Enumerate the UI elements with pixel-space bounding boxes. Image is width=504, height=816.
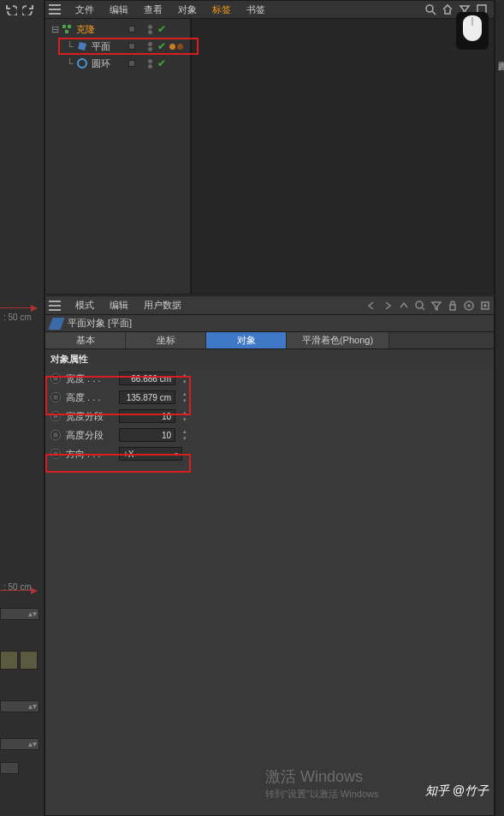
search-icon[interactable] [414, 300, 425, 311]
torus-icon [76, 57, 88, 69]
tree-item-label[interactable]: 平面 [92, 40, 110, 53]
viewport-lower[interactable] [0, 342, 44, 591]
anim-key-toggle[interactable] [50, 449, 61, 459]
layer-color-icon[interactable] [128, 43, 135, 50]
material-tags[interactable] [169, 44, 183, 50]
tree-item-label[interactable]: 圆环 [92, 57, 110, 70]
tab-object[interactable]: 对象 [206, 332, 287, 348]
new-icon[interactable] [479, 300, 490, 311]
spinner[interactable]: ▴▾ [181, 372, 189, 385]
visibility-dots[interactable] [148, 42, 152, 51]
home-icon[interactable] [442, 3, 454, 15]
up-icon[interactable] [398, 300, 409, 311]
hseg-input[interactable] [119, 428, 175, 442]
layer-color-icon[interactable] [128, 26, 135, 33]
viewport-upper[interactable] [0, 34, 44, 308]
visibility-dots[interactable] [148, 25, 152, 34]
wseg-input[interactable] [119, 409, 175, 423]
menu-view[interactable]: 查看 [136, 3, 170, 16]
enable-checkmark-icon[interactable]: ✔ [157, 40, 166, 52]
spinner[interactable]: ▴▾ [181, 409, 189, 423]
section-header: 对象属性 [45, 349, 494, 369]
svg-rect-2 [62, 25, 66, 28]
enable-checkmark-icon[interactable]: ✔ [157, 57, 166, 69]
tree-row[interactable]: └ 圆环 ✔ [49, 55, 187, 72]
menu-tags[interactable]: 标签 [205, 3, 239, 16]
direction-value: +X [123, 450, 134, 459]
prop-height-row: 高度 . . . ▴▾ [45, 388, 494, 407]
object-title: 平面对象 [平面] [68, 317, 132, 330]
ruler-label: : 50 cm [3, 582, 32, 592]
frame-end-input[interactable]: ▴▾ [0, 738, 39, 750]
redo-icon[interactable] [22, 3, 34, 15]
tree-branch-icon: └ [64, 41, 76, 51]
svg-rect-8 [450, 305, 455, 310]
right-dock[interactable]: 内容浏览器 [495, 0, 504, 816]
attribute-tabs: 基本 坐标 对象 平滑着色(Phong) [45, 332, 494, 349]
anim-key-toggle[interactable] [50, 392, 61, 402]
object-manager-menubar: 文件 编辑 查看 对象 标签 书签 [45, 1, 494, 19]
tab-basic[interactable]: 基本 [45, 332, 126, 348]
hamburger-icon[interactable] [49, 301, 61, 311]
menu-mode[interactable]: 模式 [68, 299, 102, 312]
filter-icon[interactable] [430, 300, 442, 311]
frame-start-input[interactable]: ▴▾ [0, 608, 39, 620]
svg-rect-3 [68, 25, 71, 28]
menu-edit[interactable]: 编辑 [102, 299, 136, 312]
lock-icon[interactable] [447, 300, 458, 311]
layer-color-icon[interactable] [128, 60, 135, 67]
hamburger-icon[interactable] [49, 4, 61, 15]
tab-coord[interactable]: 坐标 [126, 332, 206, 348]
attribute-menubar: 模式 编辑 用户数据 [45, 296, 494, 315]
undo-icon[interactable] [5, 3, 17, 15]
svg-point-6 [78, 59, 86, 68]
anim-key-toggle[interactable] [50, 411, 61, 421]
expand-toggle-icon[interactable]: ⊟ [49, 24, 61, 35]
menu-file[interactable]: 文件 [68, 3, 102, 16]
anim-key-toggle[interactable] [50, 373, 61, 384]
visibility-dots[interactable] [148, 59, 152, 68]
prop-hseg-row: 高度分段 ▴▾ [45, 426, 494, 444]
tree-row[interactable]: └ 平面 ✔ [49, 38, 187, 55]
spinner[interactable]: ▴▾ [181, 428, 189, 442]
svg-marker-5 [78, 42, 86, 51]
anim-key-toggle[interactable] [50, 430, 61, 440]
tree-row[interactable]: ⊟ 克隆 ✔ [49, 21, 187, 38]
dock-tab[interactable]: 内容浏览器 [495, 51, 504, 58]
timeline-preview[interactable] [0, 651, 39, 671]
prop-label: 宽度分段 [66, 410, 114, 423]
sound-icon [0, 651, 18, 670]
menu-bookmarks[interactable]: 书签 [239, 3, 273, 16]
back-icon[interactable] [365, 300, 377, 311]
object-tree[interactable]: ⊟ 克隆 ✔ └ 平面 ✔ └ 圆环 ✔ [45, 19, 191, 294]
x-axis-arrow-icon [31, 305, 38, 312]
menu-userdata[interactable]: 用户数据 [136, 299, 189, 312]
attribute-panel: 模式 编辑 用户数据 平面对象 [平面] 基本 坐标 对象 平滑着色(Phong… [44, 295, 495, 816]
plane-icon [48, 318, 64, 330]
target-icon[interactable] [463, 300, 474, 311]
prop-label: 高度 . . . [66, 391, 114, 404]
direction-select[interactable]: +X ▾ [119, 447, 182, 461]
svg-point-7 [416, 301, 423, 308]
spinner[interactable]: ▴▾ [181, 390, 189, 404]
viewport-strip: : 50 cm : 50 cm ▴▾ ▴▾ ▴▾ [0, 0, 44, 816]
ruler-label: : 50 cm [3, 313, 32, 322]
misc-toggle[interactable] [0, 762, 19, 774]
svg-rect-4 [65, 30, 68, 33]
svg-point-10 [468, 305, 470, 307]
svg-point-9 [465, 301, 473, 310]
prop-label: 高度分段 [66, 429, 114, 442]
zhihu-watermark: 知乎 @竹子 [425, 783, 489, 799]
viewport-toolbar [0, 0, 44, 19]
forward-icon[interactable] [382, 300, 393, 311]
enable-checkmark-icon[interactable]: ✔ [157, 23, 166, 35]
width-input[interactable] [119, 372, 175, 385]
frame-current-input[interactable]: ▴▾ [0, 700, 39, 712]
height-input[interactable] [119, 390, 175, 404]
search-icon[interactable] [424, 3, 436, 15]
prop-wseg-row: 宽度分段 ▴▾ [45, 407, 494, 426]
tree-item-label[interactable]: 克隆 [76, 23, 95, 36]
menu-object[interactable]: 对象 [170, 3, 205, 16]
menu-edit[interactable]: 编辑 [102, 3, 136, 16]
tab-phong[interactable]: 平滑着色(Phong) [287, 332, 389, 348]
